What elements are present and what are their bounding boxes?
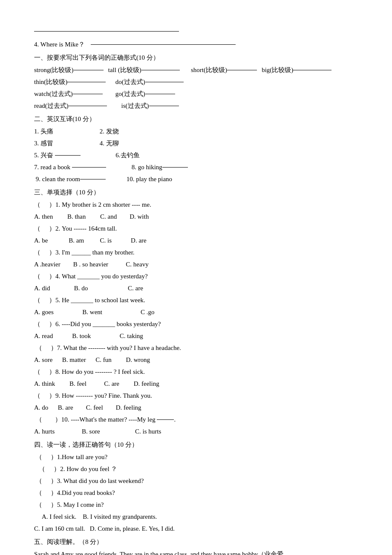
section2-title: 二、英汉互译(10 分） bbox=[34, 113, 358, 125]
section2-row2: 3. 感冒 4. 无聊 bbox=[34, 138, 358, 149]
section2-row5: 9. clean the room 10. play the piano bbox=[34, 173, 358, 185]
question-4: 4. Where is Mike？ bbox=[34, 39, 358, 50]
q4-1: （）1.How tall are you? bbox=[34, 451, 358, 463]
section1-row4: read(过去式) is(过去式) bbox=[34, 100, 358, 112]
q3-9-text: （）9. How -------- you? Fine. Thank you. bbox=[34, 390, 358, 402]
q3-4-options: A. did B. do C. are bbox=[34, 283, 358, 294]
q3-6-text: （）6. ----Did you _______ books yesterday… bbox=[34, 318, 358, 330]
section1-title: 一、按要求写出下列各词的正确形式(10 分） bbox=[34, 52, 358, 64]
q3-2-options: A. be B. am C. is D. are bbox=[34, 235, 358, 246]
q3-8-text: （）8. How do you -------- ? I feel sick. bbox=[34, 366, 358, 378]
section4-answers1: A. I feel sick. B. I visited my grandpar… bbox=[34, 511, 358, 523]
q4-5: （）5. May I come in? bbox=[34, 499, 358, 511]
q3-2-text: （）2. You ------ 164cm tall. bbox=[34, 223, 358, 234]
section3-title: 三、单项选择（10 分） bbox=[34, 187, 358, 198]
q3-8-options: A. think B. feel C. are D. feeling bbox=[34, 378, 358, 390]
q3-6-options: A. read B. took C. taking bbox=[34, 330, 358, 342]
q3-7-text: （）7. What the -------- with you? I have … bbox=[34, 342, 358, 354]
section2-row1: 1. 头痛 2. 发烧 bbox=[34, 126, 358, 137]
header-line bbox=[34, 26, 358, 37]
q4-text: 4. Where is Mike？ bbox=[34, 41, 85, 48]
q3-10-text: （）10. ----What's the matter? ----My leg … bbox=[34, 414, 358, 425]
q4-3: （）3. What did you do last weekend? bbox=[34, 475, 358, 487]
q3-9-options: A. do B. are C. feel D. feeling bbox=[34, 402, 358, 413]
section1-row2: thin(比较级) do(过去式) bbox=[34, 76, 358, 88]
section5-text: Sarah and Amy are good friends. They are… bbox=[34, 549, 358, 555]
hurts-option: A. hurts bbox=[34, 428, 55, 435]
section1-row1: strong(比较级) tall (比较级) short(比较级) big(比较… bbox=[34, 64, 358, 76]
q3-7-options: A. sore B. matter C. fun D. wrong bbox=[34, 354, 358, 366]
q4-4: （）4.Did you read books? bbox=[34, 487, 358, 499]
q3-1-text: （）1. My brother is 2 cm shorter ---- me. bbox=[34, 199, 358, 211]
q3-1-options: A. then B. than C. and D. with bbox=[34, 211, 358, 223]
q3-5-text: （）5. He _______ to school last week. bbox=[34, 295, 358, 306]
q3-10-options: A. hurts B. sore C. is hurts bbox=[34, 426, 358, 437]
section1-row3: watch(过去式) go(过去式) bbox=[34, 88, 358, 100]
q3-5-options: A. goes B. went C .go bbox=[34, 306, 358, 318]
section5-title: 五、阅读理解。（8 分） bbox=[34, 536, 358, 548]
q4-2: （）2. How do you feel ？ bbox=[34, 463, 358, 475]
q3-4-text: （）4. What _______ you do yesterday? bbox=[34, 271, 358, 282]
section4-title: 四、读一读，选择正确答句（10 分） bbox=[34, 439, 358, 451]
q3-3-options: A .heavier B . so heavier C. heavy bbox=[34, 259, 358, 270]
section2-row3: 5. 兴奋 6.去钓鱼 bbox=[34, 150, 358, 161]
section4-answers2: C. I am 160 cm tall. D. Come in, please.… bbox=[34, 523, 358, 535]
q3-3-text: （）3. I'm ______ than my brother. bbox=[34, 247, 358, 258]
section2-row4: 7. read a book 8. go hiking bbox=[34, 162, 358, 173]
